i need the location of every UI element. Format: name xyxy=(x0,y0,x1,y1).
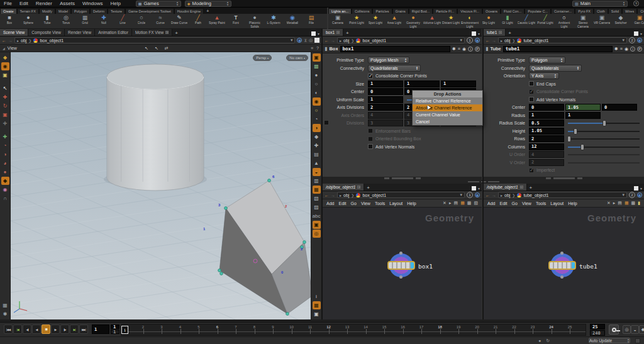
back-arrow-icon[interactable]: ← xyxy=(325,193,329,197)
perspective-view-badge[interactable]: Persp▾ xyxy=(253,55,272,61)
pin-link-icon[interactable]: ◉ xyxy=(475,192,480,197)
wrench-icon[interactable]: ✕ xyxy=(443,201,447,206)
link-badge[interactable]: 1 xyxy=(467,37,473,43)
shelf-tab-crowds[interactable]: Crowds xyxy=(637,8,644,14)
step-back-button[interactable]: ◀| xyxy=(23,325,31,334)
group-list-icon[interactable]: ▨ xyxy=(313,203,321,211)
shelf-tab-modify[interactable]: Modify xyxy=(39,8,55,14)
shelf-tool-sphere[interactable]: ●Sphere xyxy=(19,14,38,29)
shelf-tab-create[interactable]: Create xyxy=(0,8,17,14)
shelf-tab-polygon[interactable]: Polygon xyxy=(71,8,90,14)
message-log-icon[interactable]: ● xyxy=(538,338,541,343)
node-input-connector[interactable] xyxy=(399,252,402,255)
shelf-tool-line[interactable]: ╱Line xyxy=(113,14,132,29)
rotate-tool-icon[interactable]: ↻ xyxy=(1,102,9,110)
menu-windows[interactable]: Windows xyxy=(79,1,106,6)
realtime-toggle-icon[interactable]: ◆ xyxy=(639,325,644,334)
shelf-tool-tube[interactable]: ▮Tube xyxy=(38,14,57,29)
shelf-tool-box[interactable]: ■Box xyxy=(0,14,19,29)
param-field[interactable]: 1 xyxy=(529,112,564,119)
modeling-select[interactable]: ◆ Modeling ▲▼ xyxy=(185,1,231,7)
checkbox-imperfect[interactable] xyxy=(529,168,534,173)
network-canvas[interactable]: Geometrybox1 xyxy=(323,208,482,319)
param-field[interactable]: 1 xyxy=(368,96,403,103)
network-menu-layout[interactable]: Layout xyxy=(389,201,402,206)
shelf-tool-gi-light[interactable]: ▮GI Light xyxy=(498,14,517,29)
param-slider[interactable] xyxy=(568,135,641,142)
pane-menu-icon[interactable]: ▾ xyxy=(478,186,480,191)
flipbook-icon[interactable]: ◉ xyxy=(1,62,9,70)
network-menu-layout[interactable]: Layout xyxy=(550,201,564,206)
shelf-tab-texture[interactable]: Texture xyxy=(108,8,125,14)
info-circle-icon[interactable]: i xyxy=(313,292,321,301)
shelf-tool-draw-curve[interactable]: ✎Draw Curve xyxy=(170,14,189,29)
jump-start-button[interactable]: |◀◀ xyxy=(4,325,13,334)
pane-tab-obj-tube-object1[interactable]: /obj/tube_object1✕ xyxy=(484,184,527,191)
shade-mode-icon[interactable]: ◐ xyxy=(313,89,321,97)
slider-knob[interactable] xyxy=(580,144,584,150)
new-shelf-tab-button[interactable]: + xyxy=(204,8,211,14)
pane-tab-motion-fx-view[interactable]: Motion FX View✕ xyxy=(132,29,172,36)
node-display-flag[interactable] xyxy=(411,262,414,269)
path-breadcrumb[interactable]: ▸obj❯tube_object1▾ xyxy=(498,37,627,43)
path-breadcrumb[interactable]: ▸obj❯box_object1▾ xyxy=(337,37,465,43)
global-end-field[interactable]: 240 xyxy=(590,330,605,336)
network-canvas[interactable]: Geometrytube1 xyxy=(484,208,644,319)
link-badge[interactable]: 1 xyxy=(467,192,473,198)
node-output-connector[interactable] xyxy=(399,275,402,279)
snap-grid-icon[interactable]: ▦ xyxy=(1,301,9,309)
maximize-pane-icon[interactable] xyxy=(314,38,319,43)
shelf-tool-environment-light[interactable]: ◐Environment Light xyxy=(460,14,479,29)
pane-tab-render-view[interactable]: Render View xyxy=(65,29,95,36)
headlight-icon[interactable]: ○ xyxy=(313,106,321,114)
new-pane-tab-button[interactable]: + xyxy=(172,30,180,36)
pane-layout-icon[interactable] xyxy=(634,186,638,191)
range-start-field[interactable]: 1 xyxy=(111,325,119,329)
snapshot-icon[interactable]: ▣ xyxy=(1,71,9,79)
show-geometry-icon[interactable]: ▣ xyxy=(313,53,321,62)
select-mode-icon[interactable]: ↖ xyxy=(145,46,148,51)
path-dropdown-icon[interactable]: ▾ xyxy=(460,38,462,43)
pane-menu-icon[interactable]: ▾ xyxy=(318,31,319,36)
secure-select-icon[interactable]: ↖ xyxy=(155,46,158,51)
current-frame-field[interactable]: 1 xyxy=(92,325,109,334)
current-tool-icon[interactable]: ◆ xyxy=(1,177,9,185)
param-select-orientation[interactable]: Y Axis▲▼ xyxy=(529,72,559,79)
node-input-connector[interactable] xyxy=(560,252,564,255)
import-scene-icon[interactable]: ◆ xyxy=(1,53,9,62)
pane-menu-icon[interactable]: ▾ xyxy=(640,186,642,191)
jump-end-button[interactable]: ▶▶| xyxy=(79,325,88,334)
path-breadcrumb[interactable]: ▸obj❯box_object1▾ xyxy=(337,192,465,198)
path-breadcrumb[interactable]: ▸obj❯box_object1▾ xyxy=(14,37,295,43)
back-arrow-icon[interactable]: ← xyxy=(2,38,6,43)
param-field[interactable]: 0.5 xyxy=(529,119,564,126)
games-shelf-select[interactable]: ▦ Games ▲▼ xyxy=(136,1,181,7)
pin-icon[interactable]: ⊼ xyxy=(304,38,306,43)
new-pane-tab-button[interactable]: + xyxy=(343,30,352,36)
pane-layout-icon[interactable] xyxy=(472,186,476,191)
shelf-tool-circle[interactable]: ○Circle xyxy=(132,14,151,29)
network-menu-tools[interactable]: Tools xyxy=(536,201,546,206)
network-menu-edit[interactable]: Edit xyxy=(338,201,346,206)
palette-icon[interactable]: ▦ xyxy=(460,201,465,206)
context-menu-item-absolute-channel-reference[interactable]: Absolute Channel Reference xyxy=(413,104,482,111)
network-menu-tools[interactable]: Tools xyxy=(375,201,385,206)
forward-arrow-icon[interactable]: → xyxy=(331,38,335,43)
path-dropdown-icon[interactable]: ▾ xyxy=(622,192,625,197)
shelf-tab-houdini-engine[interactable]: Houdini Engine xyxy=(174,8,204,14)
menu-file[interactable]: File xyxy=(0,1,16,6)
path-dropdown-icon[interactable]: ▾ xyxy=(460,192,462,197)
viewport-3d[interactable] xyxy=(11,52,311,319)
shelf-tool-point-light[interactable]: ★Point Light xyxy=(347,14,366,29)
network-menu-help[interactable]: Help xyxy=(568,201,577,206)
shelf-tab-oceans[interactable]: Oceans xyxy=(482,8,501,14)
new-pane-tab-button[interactable]: + xyxy=(506,30,514,36)
shelf-tab-populate-c[interactable]: Populate C... xyxy=(525,8,551,14)
param-select-connectivity[interactable]: Quadrilaterals▲▼ xyxy=(368,65,421,72)
shelf-tab-collisions[interactable]: Collisions xyxy=(352,8,373,14)
toolbar-collapse-icon[interactable]: ◢ xyxy=(3,47,5,50)
shelf-tab-container[interactable]: Container... xyxy=(551,8,575,14)
back-arrow-icon[interactable]: ← xyxy=(325,38,329,43)
next-key-button[interactable]: ▶| xyxy=(70,325,79,334)
vertex-markers-icon[interactable]: ◒ xyxy=(313,168,321,176)
